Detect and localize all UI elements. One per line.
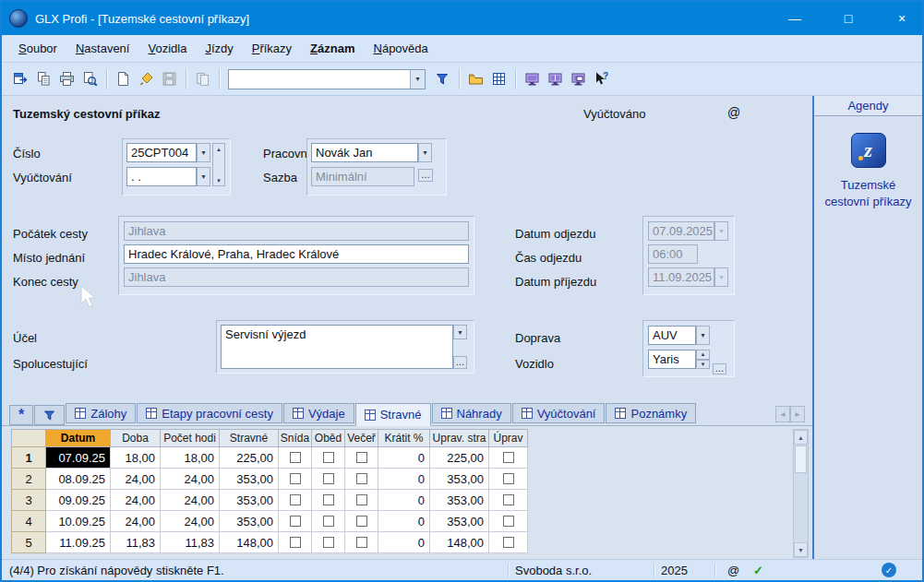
travel-order-icon[interactable]: z xyxy=(851,133,886,168)
row-number[interactable]: 4 xyxy=(11,511,46,532)
scroll-up-icon[interactable]: ▲ xyxy=(794,430,808,445)
menu-item[interactable]: Soubor xyxy=(9,36,66,62)
print-preview-icon[interactable] xyxy=(78,67,102,90)
cell-doba[interactable]: 11,83 xyxy=(111,532,161,553)
scrollbar-track[interactable] xyxy=(794,474,808,542)
row-number[interactable]: 1 xyxy=(11,447,46,469)
menu-item[interactable]: Nápověda xyxy=(365,36,438,62)
cell-doba[interactable]: 18,00 xyxy=(111,447,161,469)
cell-pocet-hodin[interactable]: 18,00 xyxy=(161,447,220,469)
tab[interactable]: Poznámky xyxy=(606,403,696,423)
vecere-checkbox[interactable] xyxy=(356,516,367,527)
new-record-icon[interactable] xyxy=(112,67,135,90)
header-corner[interactable] xyxy=(11,429,46,447)
spin-down-icon[interactable]: ▼ xyxy=(696,360,710,370)
tab[interactable]: Náhrady xyxy=(432,403,511,423)
cell-doba[interactable]: 24,00 xyxy=(111,469,161,490)
help-icon[interactable]: ? xyxy=(590,67,613,90)
header-vecere[interactable]: Večeř xyxy=(345,429,378,447)
scrollbar-thumb[interactable] xyxy=(795,445,807,473)
uprava-checkbox[interactable] xyxy=(503,516,514,527)
cell-uprav-stravne[interactable]: 148,00 xyxy=(430,532,489,553)
pracovnik-detail-button[interactable]: … xyxy=(418,169,433,182)
row-number[interactable]: 3 xyxy=(11,490,46,511)
chevron-down-icon[interactable]: ▼ xyxy=(410,70,425,89)
cell-stravne[interactable]: 353,00 xyxy=(220,490,279,511)
agenda-item-tuzemske-prikazy[interactable]: z Tuzemské cestovní příkazy xyxy=(814,133,922,210)
header-datum[interactable]: Datum xyxy=(46,429,111,447)
tab-new-record[interactable]: * xyxy=(9,405,33,425)
vecere-checkbox[interactable] xyxy=(356,537,367,548)
cell-kratit[interactable]: 0 xyxy=(378,490,430,511)
menu-item[interactable]: Záznam xyxy=(301,36,364,62)
exit-icon[interactable] xyxy=(9,67,32,90)
doprava-dropdown-icon[interactable]: ▼ xyxy=(696,326,710,345)
cell-datum[interactable]: 09.09.25 xyxy=(46,490,111,511)
cell-doba[interactable]: 24,00 xyxy=(111,490,161,511)
cell-datum[interactable]: 07.09.25 xyxy=(46,447,111,469)
cell-uprav-stravne[interactable]: 353,00 xyxy=(430,469,489,490)
cell-stravne[interactable]: 225,00 xyxy=(220,447,279,469)
table-row[interactable]: 4 10.09.25 24,00 24,00 353,00 0 353,00 xyxy=(11,511,528,532)
snidane-checkbox[interactable] xyxy=(290,537,301,548)
cell-datum[interactable]: 08.09.25 xyxy=(46,469,111,490)
menu-item[interactable]: Vozidla xyxy=(138,36,196,62)
menu-item[interactable]: Příkazy xyxy=(243,36,301,62)
vozidlo-detail-button[interactable]: … xyxy=(713,363,726,374)
cell-uprav-stravne[interactable]: 225,00 xyxy=(430,447,489,469)
tab-scroll-right-icon[interactable]: ► xyxy=(790,406,805,422)
filter-icon[interactable] xyxy=(431,67,454,90)
table-row[interactable]: 3 09.09.25 24,00 24,00 353,00 0 353,00 xyxy=(11,490,528,511)
row-number[interactable]: 2 xyxy=(11,469,46,490)
vecere-checkbox[interactable] xyxy=(356,452,367,463)
header-pocet-hodin[interactable]: Počet hodi xyxy=(161,429,220,447)
pracovnik-dropdown-icon[interactable]: ▼ xyxy=(418,143,432,162)
uprava-checkbox[interactable] xyxy=(503,537,514,548)
vyuctovani-dropdown-icon[interactable]: ▼ xyxy=(197,167,210,186)
cell-pocet-hodin[interactable]: 24,00 xyxy=(161,490,220,511)
header-uprav-stravne[interactable]: Uprav. stra xyxy=(430,429,489,447)
quick-search-combo[interactable]: ▼ xyxy=(228,69,426,89)
snidane-checkbox[interactable] xyxy=(290,473,301,484)
tab[interactable]: Výdaje xyxy=(283,403,354,423)
ucel-detail-button[interactable]: … xyxy=(453,356,467,369)
header-kratit[interactable]: Krátit % xyxy=(378,429,430,447)
menu-item[interactable]: Nastavení xyxy=(66,36,139,62)
open-folder-icon[interactable] xyxy=(464,67,487,90)
cell-stravne[interactable]: 353,00 xyxy=(220,469,279,490)
uprava-checkbox[interactable] xyxy=(503,494,514,505)
brush-icon[interactable] xyxy=(135,67,158,90)
header-stravne[interactable]: Stravné xyxy=(220,429,279,447)
cell-stravne[interactable]: 148,00 xyxy=(220,532,279,553)
snidane-checkbox[interactable] xyxy=(290,516,301,527)
doprava-field[interactable]: AUV xyxy=(648,326,696,345)
header-uprava[interactable]: Úprav xyxy=(489,429,528,447)
monitor-columns-icon[interactable] xyxy=(544,67,567,90)
cell-uprav-stravne[interactable]: 353,00 xyxy=(430,490,489,511)
misto-jednani-field[interactable]: Hradec Králové, Praha, Hradec Králové xyxy=(124,244,469,264)
menu-item[interactable]: Jízdy xyxy=(196,36,242,62)
tab-filter[interactable] xyxy=(34,405,65,425)
snidane-checkbox[interactable] xyxy=(290,494,301,505)
cell-kratit[interactable]: 0 xyxy=(378,469,430,490)
close-button[interactable]: × xyxy=(882,2,922,35)
scroll-down-icon[interactable]: ▼ xyxy=(794,542,808,557)
obed-checkbox[interactable] xyxy=(323,537,334,548)
tab[interactable]: Vyúčtování xyxy=(512,403,606,423)
obed-checkbox[interactable] xyxy=(323,452,334,463)
cell-pocet-hodin[interactable]: 24,00 xyxy=(161,511,220,532)
cell-uprav-stravne[interactable]: 353,00 xyxy=(430,511,489,532)
monitor-icon[interactable] xyxy=(521,67,544,90)
spin-up-icon[interactable]: ▲ xyxy=(213,144,224,154)
spolucestujici-field[interactable] xyxy=(221,347,453,368)
tab[interactable]: Etapy pracovní cesty xyxy=(137,403,282,423)
uprava-checkbox[interactable] xyxy=(503,452,514,463)
vozidlo-spinner[interactable]: ▲▼ xyxy=(696,350,710,369)
table-row[interactable]: 1 07.09.25 18,00 18,00 225,00 0 225,00 xyxy=(11,447,528,469)
snidane-checkbox[interactable] xyxy=(290,452,301,463)
table-row[interactable]: 5 11.09.25 11,83 11,83 148,00 0 148,00 xyxy=(11,532,528,553)
cell-kratit[interactable]: 0 xyxy=(378,447,430,469)
calculator-icon[interactable] xyxy=(487,67,510,90)
cislo-dropdown-icon[interactable]: ▼ xyxy=(197,143,210,162)
quick-search-value[interactable] xyxy=(229,70,410,89)
